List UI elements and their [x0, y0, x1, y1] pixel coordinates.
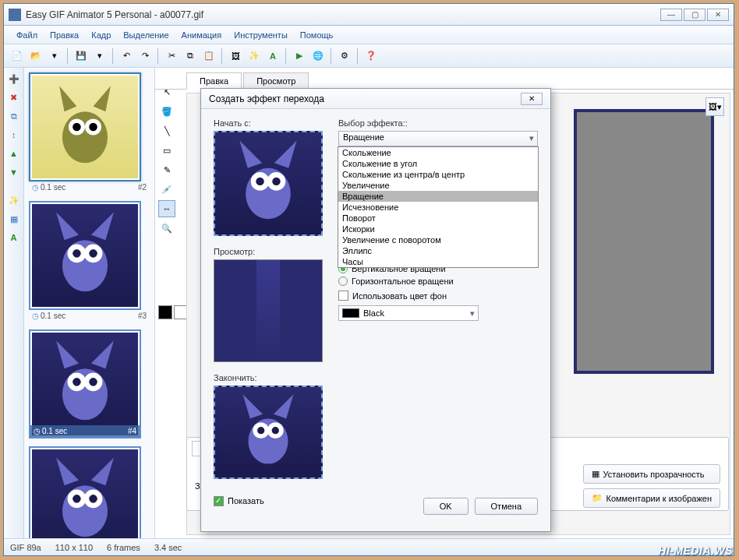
transparency-icon: ▦ — [592, 469, 599, 479]
new-icon[interactable]: 📄 — [9, 48, 26, 65]
effect-combo[interactable]: Вращение — [338, 131, 538, 146]
remove-frame-icon[interactable]: ✖ — [6, 90, 22, 105]
svg-marker-8 — [56, 213, 79, 241]
effect-option[interactable]: Увеличение с поворотом — [338, 234, 538, 245]
editor-tabs: Правка Просмотр — [155, 68, 734, 90]
use-bg-color-checkbox[interactable]: Использовать цвет фон — [338, 291, 538, 301]
dialog-title: Создать эффект перехода — [209, 93, 521, 104]
set-transparency-button[interactable]: ▦Установить прозрачность — [583, 464, 720, 484]
effect-option[interactable]: Скольжение из центра/в центр — [338, 169, 538, 180]
move-up-icon[interactable]: ▲ — [6, 146, 22, 161]
eyedropper-tool-icon[interactable]: 💉 — [158, 181, 175, 198]
menu-help[interactable]: Помощь — [294, 28, 340, 42]
start-image-preview[interactable] — [214, 131, 323, 236]
cut-icon[interactable]: ✂ — [163, 48, 180, 65]
main-toolbar: 📄 📂 ▾ 💾 ▾ ↶ ↷ ✂ ⧉ 📋 🖼 ✨ A ▶ 🌐 ⚙ ❓ — [4, 44, 734, 68]
text-a-icon[interactable]: A — [264, 48, 281, 65]
svg-point-6 — [89, 123, 97, 132]
svg-marker-22 — [56, 458, 79, 486]
layers-button[interactable]: 🖼▾ — [705, 97, 724, 116]
close-button[interactable]: ✕ — [707, 9, 729, 21]
image-icon[interactable]: 🖼 — [227, 48, 244, 65]
save-dropdown-icon[interactable]: ▾ — [91, 48, 108, 65]
svg-point-21 — [62, 485, 108, 537]
svg-point-5 — [72, 123, 81, 132]
window-title: Easy GIF Animator 5 Personal - a00077.gi… — [26, 9, 660, 20]
svg-marker-30 — [274, 140, 297, 167]
paste-icon[interactable]: 📋 — [200, 48, 217, 65]
move-down-icon[interactable]: ▼ — [6, 164, 22, 180]
globe-icon[interactable]: 🌐 — [309, 48, 327, 65]
add-frame-icon[interactable]: ➕ — [6, 71, 22, 86]
move-tool-icon[interactable]: ↔ — [158, 200, 175, 217]
select-all-icon[interactable]: ▦ — [6, 211, 22, 227]
redo-icon[interactable]: ↷ — [136, 48, 154, 65]
effect-option[interactable]: Вращение — [338, 191, 538, 202]
effect-option[interactable]: Скольжение — [338, 147, 538, 158]
effect-dropdown: Скольжение Скольжение в угол Скольжение … — [338, 146, 539, 268]
pencil-tool-icon[interactable]: ✎ — [158, 161, 175, 178]
copy-frame-icon[interactable]: ⧉ — [6, 108, 22, 124]
copy-icon[interactable]: ⧉ — [182, 48, 199, 65]
minimize-button[interactable]: — — [660, 9, 682, 21]
menu-frame[interactable]: Кадр — [85, 28, 117, 42]
bg-color-combo[interactable]: Black — [338, 305, 479, 321]
frame-item[interactable]: ◷0.1 sec#3 — [29, 201, 150, 322]
end-image-preview[interactable] — [214, 386, 323, 479]
zoom-tool-icon[interactable]: 🔍 — [158, 220, 175, 237]
frame-item[interactable] — [29, 446, 150, 538]
main-window: Easy GIF Animator 5 Personal - a00077.gi… — [3, 3, 734, 556]
horizontal-rotation-radio[interactable]: Горизонтальное вращени — [338, 276, 538, 286]
svg-point-13 — [89, 249, 97, 258]
image-comments-button[interactable]: 📁Комментарии к изображен — [583, 488, 720, 508]
text-tool-icon[interactable]: A — [6, 230, 22, 245]
line-tool-icon[interactable]: ╲ — [158, 122, 175, 139]
foreground-swatch[interactable] — [158, 305, 172, 319]
cancel-button[interactable]: Отмена — [475, 498, 538, 515]
effect-icon[interactable]: ✨ — [6, 192, 22, 208]
tab-preview[interactable]: Просмотр — [243, 72, 309, 90]
menu-animation[interactable]: Анимация — [175, 28, 228, 42]
statusbar: GIF 89a 110 x 110 6 frames 3.4 sec — [4, 538, 734, 555]
options-icon[interactable]: ⚙ — [336, 48, 353, 65]
effect-option[interactable]: Исчезновение — [338, 202, 538, 213]
svg-marker-9 — [91, 213, 114, 241]
move-frame-icon[interactable]: ↕ — [6, 127, 22, 143]
fill-tool-icon[interactable]: 🪣 — [158, 103, 175, 120]
maximize-button[interactable]: ▢ — [684, 9, 705, 21]
open-icon[interactable]: 📂 — [27, 48, 44, 65]
rect-tool-icon[interactable]: ▭ — [158, 142, 175, 159]
tab-edit[interactable]: Правка — [186, 72, 242, 90]
frame-item[interactable]: ◷0.1 sec#2 — [29, 72, 150, 193]
pointer-tool-icon[interactable]: ↖ — [158, 83, 175, 100]
canvas-image — [574, 109, 714, 374]
play-icon[interactable]: ▶ — [291, 48, 308, 65]
svg-marker-23 — [91, 458, 114, 486]
checkbox-icon — [214, 496, 224, 506]
menu-edit[interactable]: Правка — [44, 28, 85, 42]
save-icon[interactable]: 💾 — [72, 48, 90, 65]
frame-item[interactable]: ◷0.1 sec#4 — [29, 329, 150, 438]
effect-preview — [214, 259, 323, 362]
menu-selection[interactable]: Выделение — [117, 28, 175, 42]
effect-option[interactable]: Искорки — [338, 224, 538, 234]
help-icon[interactable]: ❓ — [362, 48, 380, 65]
effect-option[interactable]: Увеличение — [338, 180, 538, 191]
undo-icon[interactable]: ↶ — [118, 48, 135, 65]
svg-point-0 — [62, 111, 108, 163]
transition-effect-dialog: Создать эффект перехода ✕ Начать с: Выбо… — [200, 88, 551, 532]
effect-option[interactable]: Часы — [338, 256, 538, 267]
dialog-close-button[interactable]: ✕ — [521, 93, 543, 105]
menu-tools[interactable]: Инструменты — [228, 28, 294, 42]
wand-icon[interactable]: ✨ — [246, 48, 263, 65]
effect-option[interactable]: Скольжение в угол — [338, 158, 538, 169]
svg-marker-16 — [91, 341, 114, 369]
titlebar: Easy GIF Animator 5 Personal - a00077.gi… — [4, 4, 734, 26]
ok-button[interactable]: OK — [423, 498, 469, 515]
effect-option[interactable]: Поворот — [338, 213, 538, 224]
show-checkbox[interactable]: Показать — [214, 496, 264, 506]
menu-file[interactable]: Файл — [10, 28, 44, 42]
frame-toolbar: ➕ ✖ ⧉ ↕ ▲ ▼ ✨ ▦ A — [4, 68, 24, 538]
effect-option[interactable]: Эллипс — [338, 245, 538, 256]
open-dropdown-icon[interactable]: ▾ — [46, 48, 63, 65]
